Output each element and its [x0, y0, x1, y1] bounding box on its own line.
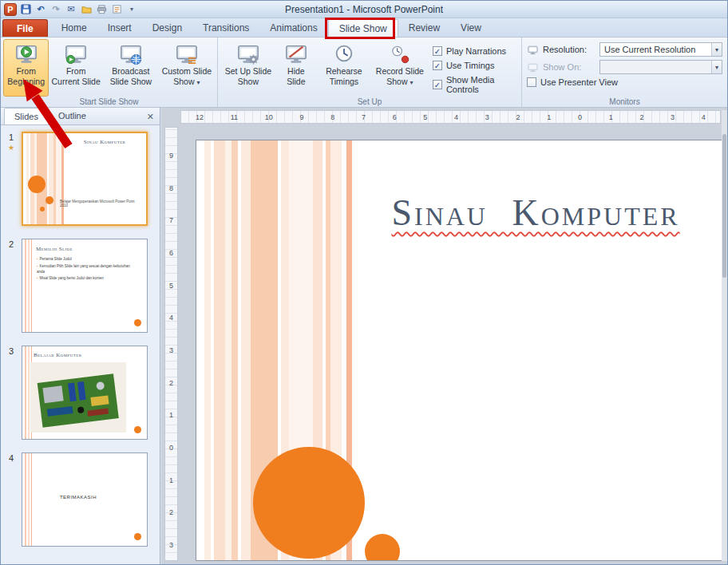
- ruler-number: 0: [578, 113, 582, 121]
- redo-icon[interactable]: ↷: [49, 3, 62, 16]
- theme-stripes: [25, 239, 34, 332]
- group-monitors: Resolution: Use Current Resolution ▾ Sho…: [522, 38, 727, 107]
- scrollbar-thumb[interactable]: [722, 134, 726, 278]
- tab-file[interactable]: File: [2, 19, 48, 37]
- panel-tab-outline[interactable]: Outline: [49, 108, 96, 124]
- monitor-gear-icon: [236, 42, 260, 65]
- slide-number: 3: [1, 346, 22, 440]
- from-beginning-button[interactable]: From Beginning: [3, 39, 49, 97]
- tab-insert[interactable]: Insert: [97, 19, 142, 37]
- ruler-number: 4: [169, 314, 173, 322]
- checkbox-checked-icon: ✓: [433, 46, 442, 56]
- slide-thumbnail-1[interactable]: Sinau Komputer Belajar Mengoperasikan Mi…: [22, 132, 148, 226]
- thumb-slide-title: Sinau Komputer: [65, 139, 144, 145]
- tab-home[interactable]: Home: [51, 19, 97, 37]
- powerpoint-logo-icon[interactable]: P: [4, 3, 17, 16]
- tab-design[interactable]: Design: [142, 19, 192, 37]
- ruler-number: 7: [169, 216, 173, 224]
- from-current-slide-button[interactable]: From Current Slide: [49, 39, 103, 97]
- ruler-number: 5: [423, 113, 427, 121]
- group-label-monitors: Monitors: [522, 97, 727, 106]
- panel-tab-bar: Slides Outline ✕: [1, 108, 160, 125]
- resolution-dropdown[interactable]: Use Current Resolution ▾: [599, 42, 722, 57]
- group-start-slide-show: From Beginning From Current Slide Broadc…: [1, 38, 218, 107]
- slide-thumbnail-2[interactable]: Memilih Slide Pertama Slide Judul Kemudi…: [22, 239, 148, 333]
- email-icon[interactable]: ✉: [65, 3, 77, 16]
- monitor-play-icon: [14, 42, 38, 65]
- group-set-up: Set Up Slide Show Hide Slide Rehearse Ti…: [218, 38, 522, 107]
- undo-icon[interactable]: ↶: [34, 3, 47, 16]
- orange-circle: [134, 426, 141, 433]
- open-icon[interactable]: [80, 3, 93, 16]
- slide-canvas[interactable]: Sinau Komputer: [196, 140, 724, 561]
- slide-thumbnail-3[interactable]: Belajar Komputer: [22, 346, 148, 440]
- titlebar: P ↶ ↷ ✉ ▾ Presentation1 - Microsoft Powe…: [1, 1, 727, 18]
- ruler-number: 4: [702, 113, 706, 121]
- new-slide-icon[interactable]: [110, 3, 123, 16]
- close-panel-icon[interactable]: ✕: [147, 112, 154, 122]
- monitor-record-icon: [388, 42, 412, 65]
- orange-circle-shape[interactable]: [253, 447, 365, 559]
- show-media-controls-checkbox[interactable]: ✓ Show Media Controls: [433, 75, 516, 94]
- orange-circle: [134, 319, 141, 326]
- set-up-checkboxes: ✓ Play Narrations ✓ Use Timings ✓ Show M…: [428, 39, 519, 97]
- ruler-number: 1: [169, 476, 173, 484]
- save-icon[interactable]: [19, 3, 32, 16]
- set-up-slide-show-button[interactable]: Set Up Slide Show: [220, 39, 276, 97]
- ruler-number: 9: [299, 113, 303, 121]
- use-presenter-view-checkbox[interactable]: Use Presenter View: [527, 77, 618, 87]
- quick-access-toolbar: P ↶ ↷ ✉ ▾: [1, 3, 138, 16]
- rehearse-timings-button[interactable]: Rehearse Timings: [316, 39, 372, 97]
- checkbox-checked-icon: ✓: [433, 61, 442, 70]
- thumb-slide-title: Belajar Komputer: [34, 352, 81, 358]
- computer-hardware-photo: [30, 362, 126, 433]
- play-narrations-checkbox[interactable]: ✓ Play Narrations: [433, 46, 516, 56]
- resolution-label: Resolution:: [543, 45, 595, 54]
- slide-editor-area: 12111098765432101234 9876543210123 Sinau…: [161, 108, 727, 564]
- ruler-number: 1: [547, 113, 551, 121]
- dropdown-arrow-icon: ▾: [711, 43, 722, 56]
- theme-stripes: [25, 453, 34, 546]
- broadcast-slide-show-button[interactable]: Broadcast Slide Show: [103, 39, 159, 97]
- tab-transitions[interactable]: Transitions: [192, 19, 259, 37]
- dropdown-arrow-icon: ▾: [196, 79, 200, 86]
- slide-title-textbox[interactable]: Sinau Komputer: [376, 192, 695, 234]
- checkbox-unchecked-icon: [527, 77, 536, 87]
- ruler-number: 1: [169, 411, 173, 419]
- ruler-number: 0: [169, 444, 173, 452]
- ruler-number: 5: [169, 282, 173, 290]
- customize-qat-dropdown-icon[interactable]: ▾: [125, 3, 138, 16]
- workspace: Slides Outline ✕ 1 ★ Sinau Komputer: [1, 108, 727, 564]
- group-label-set-up: Set Up: [218, 97, 521, 106]
- orange-circle: [40, 207, 45, 211]
- ruler-number: 1: [609, 113, 613, 121]
- vertical-scrollbar[interactable]: [722, 110, 727, 561]
- quick-print-icon[interactable]: [95, 3, 108, 16]
- dropdown-arrow-icon: ▾: [410, 79, 413, 86]
- vertical-ruler: 9876543210123: [164, 127, 178, 561]
- slide-row-4: 4 TERIMAKASIH: [1, 452, 160, 547]
- orange-circle-shape[interactable]: [365, 534, 400, 561]
- tab-view[interactable]: View: [450, 19, 492, 37]
- use-timings-checkbox[interactable]: ✓ Use Timings: [433, 61, 516, 70]
- ribbon-tab-bar: File Home Insert Design Transitions Anim…: [1, 18, 727, 38]
- thumbnail-list: 1 ★ Sinau Komputer Belajar Mengoperasika…: [1, 125, 160, 547]
- horizontal-ruler: 12111098765432101234: [180, 110, 721, 124]
- show-on-dropdown: ▾: [599, 60, 722, 74]
- thumb-slide-subtitle: Belajar Mengoperasikan Microsoft Power P…: [60, 200, 143, 207]
- show-on-label: Show On:: [543, 62, 595, 72]
- monitor-play-small-icon: [64, 42, 88, 65]
- animation-star-icon: ★: [1, 144, 22, 152]
- hide-slide-button[interactable]: Hide Slide: [276, 39, 316, 97]
- panel-tab-slides[interactable]: Slides: [4, 108, 49, 124]
- slide-row-3: 3 Belajar Komputer: [1, 346, 160, 440]
- tab-slide-show[interactable]: Slide Show: [328, 19, 398, 37]
- checkbox-checked-icon: ✓: [433, 80, 442, 89]
- record-slide-show-button[interactable]: Record Slide Show ▾: [372, 39, 428, 97]
- tab-animations[interactable]: Animations: [259, 19, 327, 37]
- slide-thumbnail-4[interactable]: TERIMAKASIH: [22, 452, 148, 547]
- group-label-start-slide-show: Start Slide Show: [1, 97, 217, 106]
- tab-review[interactable]: Review: [398, 19, 450, 37]
- custom-slide-show-button[interactable]: Custom Slide Show ▾: [159, 39, 215, 97]
- dropdown-arrow-icon: ▾: [711, 61, 722, 73]
